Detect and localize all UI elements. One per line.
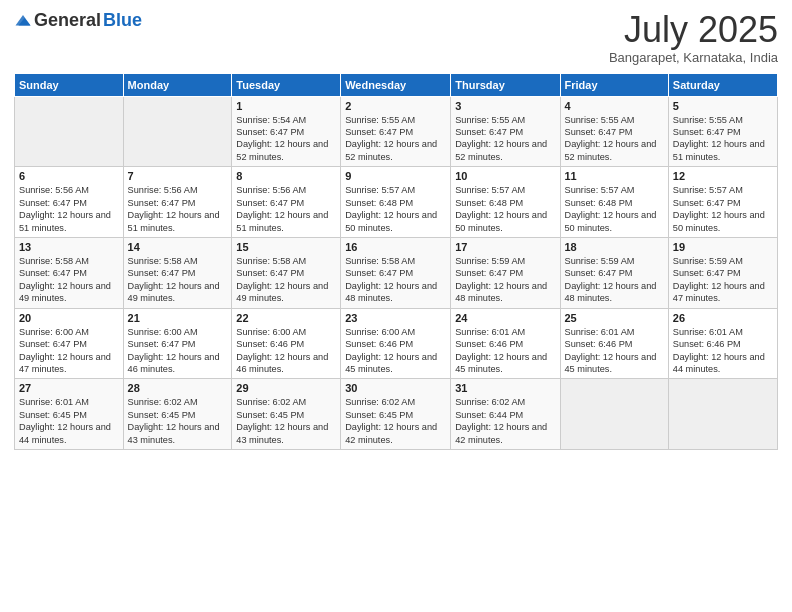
table-row: 16Sunrise: 5:58 AM Sunset: 6:47 PM Dayli…: [341, 237, 451, 308]
table-row: [560, 379, 668, 450]
col-thursday: Thursday: [451, 73, 560, 96]
day-number: 1: [236, 100, 336, 112]
table-row: 5Sunrise: 5:55 AM Sunset: 6:47 PM Daylig…: [668, 96, 777, 167]
calendar-header-row: Sunday Monday Tuesday Wednesday Thursday…: [15, 73, 778, 96]
day-info: Sunrise: 6:01 AM Sunset: 6:45 PM Dayligh…: [19, 396, 119, 446]
table-row: 14Sunrise: 5:58 AM Sunset: 6:47 PM Dayli…: [123, 237, 232, 308]
col-sunday: Sunday: [15, 73, 124, 96]
day-info: Sunrise: 5:57 AM Sunset: 6:48 PM Dayligh…: [455, 184, 555, 234]
table-row: 28Sunrise: 6:02 AM Sunset: 6:45 PM Dayli…: [123, 379, 232, 450]
day-number: 13: [19, 241, 119, 253]
table-row: 4Sunrise: 5:55 AM Sunset: 6:47 PM Daylig…: [560, 96, 668, 167]
day-info: Sunrise: 5:54 AM Sunset: 6:47 PM Dayligh…: [236, 114, 336, 164]
day-number: 9: [345, 170, 446, 182]
table-row: 21Sunrise: 6:00 AM Sunset: 6:47 PM Dayli…: [123, 308, 232, 379]
day-number: 29: [236, 382, 336, 394]
day-info: Sunrise: 5:58 AM Sunset: 6:47 PM Dayligh…: [19, 255, 119, 305]
day-number: 6: [19, 170, 119, 182]
table-row: 26Sunrise: 6:01 AM Sunset: 6:46 PM Dayli…: [668, 308, 777, 379]
day-number: 30: [345, 382, 446, 394]
table-row: 13Sunrise: 5:58 AM Sunset: 6:47 PM Dayli…: [15, 237, 124, 308]
day-info: Sunrise: 5:58 AM Sunset: 6:47 PM Dayligh…: [128, 255, 228, 305]
table-row: 31Sunrise: 6:02 AM Sunset: 6:44 PM Dayli…: [451, 379, 560, 450]
day-number: 11: [565, 170, 664, 182]
calendar-week-row: 20Sunrise: 6:00 AM Sunset: 6:47 PM Dayli…: [15, 308, 778, 379]
col-tuesday: Tuesday: [232, 73, 341, 96]
day-number: 28: [128, 382, 228, 394]
day-info: Sunrise: 6:01 AM Sunset: 6:46 PM Dayligh…: [565, 326, 664, 376]
day-info: Sunrise: 6:00 AM Sunset: 6:46 PM Dayligh…: [345, 326, 446, 376]
day-info: Sunrise: 5:55 AM Sunset: 6:47 PM Dayligh…: [455, 114, 555, 164]
col-wednesday: Wednesday: [341, 73, 451, 96]
day-number: 21: [128, 312, 228, 324]
day-number: 3: [455, 100, 555, 112]
day-info: Sunrise: 5:58 AM Sunset: 6:47 PM Dayligh…: [345, 255, 446, 305]
title-block: July 2025 Bangarapet, Karnataka, India: [609, 10, 778, 65]
day-info: Sunrise: 6:00 AM Sunset: 6:46 PM Dayligh…: [236, 326, 336, 376]
table-row: 17Sunrise: 5:59 AM Sunset: 6:47 PM Dayli…: [451, 237, 560, 308]
col-friday: Friday: [560, 73, 668, 96]
table-row: 30Sunrise: 6:02 AM Sunset: 6:45 PM Dayli…: [341, 379, 451, 450]
day-info: Sunrise: 6:00 AM Sunset: 6:47 PM Dayligh…: [19, 326, 119, 376]
day-info: Sunrise: 5:56 AM Sunset: 6:47 PM Dayligh…: [128, 184, 228, 234]
table-row: 27Sunrise: 6:01 AM Sunset: 6:45 PM Dayli…: [15, 379, 124, 450]
calendar-table: Sunday Monday Tuesday Wednesday Thursday…: [14, 73, 778, 450]
day-number: 2: [345, 100, 446, 112]
day-info: Sunrise: 5:59 AM Sunset: 6:47 PM Dayligh…: [565, 255, 664, 305]
table-row: 20Sunrise: 6:00 AM Sunset: 6:47 PM Dayli…: [15, 308, 124, 379]
header-row: General Blue July 2025 Bangarapet, Karna…: [14, 10, 778, 65]
table-row: 22Sunrise: 6:00 AM Sunset: 6:46 PM Dayli…: [232, 308, 341, 379]
day-info: Sunrise: 5:56 AM Sunset: 6:47 PM Dayligh…: [236, 184, 336, 234]
logo-icon: [14, 12, 32, 30]
day-info: Sunrise: 5:56 AM Sunset: 6:47 PM Dayligh…: [19, 184, 119, 234]
day-number: 23: [345, 312, 446, 324]
day-number: 12: [673, 170, 773, 182]
col-monday: Monday: [123, 73, 232, 96]
calendar-week-row: 13Sunrise: 5:58 AM Sunset: 6:47 PM Dayli…: [15, 237, 778, 308]
day-info: Sunrise: 5:57 AM Sunset: 6:48 PM Dayligh…: [565, 184, 664, 234]
day-info: Sunrise: 5:55 AM Sunset: 6:47 PM Dayligh…: [345, 114, 446, 164]
day-number: 14: [128, 241, 228, 253]
day-number: 31: [455, 382, 555, 394]
table-row: 12Sunrise: 5:57 AM Sunset: 6:47 PM Dayli…: [668, 167, 777, 238]
day-info: Sunrise: 6:00 AM Sunset: 6:47 PM Dayligh…: [128, 326, 228, 376]
table-row: 6Sunrise: 5:56 AM Sunset: 6:47 PM Daylig…: [15, 167, 124, 238]
table-row: [123, 96, 232, 167]
day-info: Sunrise: 5:58 AM Sunset: 6:47 PM Dayligh…: [236, 255, 336, 305]
day-info: Sunrise: 6:02 AM Sunset: 6:44 PM Dayligh…: [455, 396, 555, 446]
day-info: Sunrise: 5:57 AM Sunset: 6:48 PM Dayligh…: [345, 184, 446, 234]
location-subtitle: Bangarapet, Karnataka, India: [609, 50, 778, 65]
table-row: [15, 96, 124, 167]
day-number: 26: [673, 312, 773, 324]
table-row: 10Sunrise: 5:57 AM Sunset: 6:48 PM Dayli…: [451, 167, 560, 238]
day-info: Sunrise: 5:59 AM Sunset: 6:47 PM Dayligh…: [673, 255, 773, 305]
day-number: 15: [236, 241, 336, 253]
logo-text-general: General: [34, 10, 101, 31]
table-row: [668, 379, 777, 450]
table-row: 9Sunrise: 5:57 AM Sunset: 6:48 PM Daylig…: [341, 167, 451, 238]
day-number: 4: [565, 100, 664, 112]
table-row: 29Sunrise: 6:02 AM Sunset: 6:45 PM Dayli…: [232, 379, 341, 450]
day-info: Sunrise: 6:02 AM Sunset: 6:45 PM Dayligh…: [345, 396, 446, 446]
day-number: 10: [455, 170, 555, 182]
day-number: 5: [673, 100, 773, 112]
table-row: 25Sunrise: 6:01 AM Sunset: 6:46 PM Dayli…: [560, 308, 668, 379]
day-number: 17: [455, 241, 555, 253]
day-info: Sunrise: 6:02 AM Sunset: 6:45 PM Dayligh…: [236, 396, 336, 446]
day-info: Sunrise: 5:59 AM Sunset: 6:47 PM Dayligh…: [455, 255, 555, 305]
table-row: 3Sunrise: 5:55 AM Sunset: 6:47 PM Daylig…: [451, 96, 560, 167]
calendar-week-row: 27Sunrise: 6:01 AM Sunset: 6:45 PM Dayli…: [15, 379, 778, 450]
logo-text-blue: Blue: [103, 10, 142, 31]
day-number: 8: [236, 170, 336, 182]
day-number: 25: [565, 312, 664, 324]
day-info: Sunrise: 6:01 AM Sunset: 6:46 PM Dayligh…: [673, 326, 773, 376]
day-number: 16: [345, 241, 446, 253]
day-number: 27: [19, 382, 119, 394]
table-row: 8Sunrise: 5:56 AM Sunset: 6:47 PM Daylig…: [232, 167, 341, 238]
table-row: 18Sunrise: 5:59 AM Sunset: 6:47 PM Dayli…: [560, 237, 668, 308]
day-number: 18: [565, 241, 664, 253]
table-row: 23Sunrise: 6:00 AM Sunset: 6:46 PM Dayli…: [341, 308, 451, 379]
calendar-week-row: 1Sunrise: 5:54 AM Sunset: 6:47 PM Daylig…: [15, 96, 778, 167]
month-year-title: July 2025: [609, 10, 778, 50]
table-row: 7Sunrise: 5:56 AM Sunset: 6:47 PM Daylig…: [123, 167, 232, 238]
